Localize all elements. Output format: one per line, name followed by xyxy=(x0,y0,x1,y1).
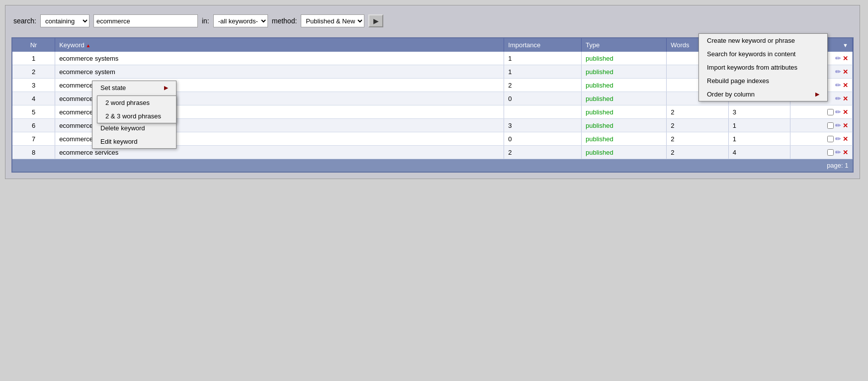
context-search-content[interactable]: Search for keywords in content xyxy=(699,47,827,61)
col-header-keyword[interactable]: Keyword xyxy=(55,38,504,52)
row-items: 3 xyxy=(728,105,790,119)
row-importance: 1 xyxy=(504,52,582,65)
delete-icon[interactable]: ✕ xyxy=(843,68,848,76)
delete-icon[interactable]: ✕ xyxy=(843,122,848,129)
row-importance xyxy=(504,105,582,119)
row-importance: 0 xyxy=(504,132,582,146)
edit-icon[interactable]: ✏ xyxy=(835,54,841,62)
row-type: published xyxy=(581,105,666,119)
row-actions: ✏ ✕ xyxy=(790,119,853,132)
row-type: published xyxy=(581,65,666,79)
row-importance: 2 xyxy=(504,79,582,92)
page-info: page: 1 xyxy=(12,159,853,172)
row-type: published xyxy=(581,52,666,65)
row-actions: ✏ ✕ xyxy=(790,132,853,146)
row-items: 4 xyxy=(728,146,790,159)
action-icons: ✏ ✕ xyxy=(794,148,848,156)
row-checkbox[interactable] xyxy=(827,109,834,115)
keywords-table-container: Nr Keyword Importance Type Words Items ▼… xyxy=(11,37,854,173)
delete-icon[interactable]: ✕ xyxy=(843,82,848,89)
table-footer-row: page: 1 xyxy=(12,159,853,172)
context-menu-delete-keyword[interactable]: Delete keyword xyxy=(92,121,176,135)
context-menu-set-state[interactable]: Set state ▶ xyxy=(92,81,176,95)
context-menu-wrapper: Nr Keyword Importance Type Words Items ▼… xyxy=(12,38,853,172)
col-header-importance[interactable]: Importance xyxy=(504,38,582,52)
row-actions: ✏ ✕ xyxy=(790,105,853,119)
edit-icon[interactable]: ✏ xyxy=(835,95,841,102)
row-items: 1 xyxy=(728,132,790,146)
edit-icon[interactable]: ✏ xyxy=(835,148,841,156)
submenu-2-3-word-phrases[interactable]: 2 & 3 word phrases xyxy=(97,109,176,123)
context-order-by-column[interactable]: Order by column ▶ xyxy=(699,88,827,101)
edit-icon[interactable]: ✏ xyxy=(835,121,841,129)
row-nr: 2 xyxy=(12,65,55,79)
delete-icon[interactable]: ✕ xyxy=(843,55,848,62)
row-importance: 0 xyxy=(504,92,582,105)
row-importance: 3 xyxy=(504,119,582,132)
row-keyword: ecommerce system xyxy=(55,65,504,79)
method-label: method: xyxy=(272,17,297,25)
row-actions: ✏ ✕ xyxy=(790,146,853,159)
row-importance: 2 xyxy=(504,146,582,159)
main-container: search: containing starting with ending … xyxy=(5,5,860,179)
find-phrases-submenu: 2 word phrases 2 & 3 word phrases xyxy=(97,95,176,123)
search-bar: search: containing starting with ending … xyxy=(11,11,854,30)
edit-icon[interactable]: ✏ xyxy=(835,135,841,143)
context-menu-edit-keyword[interactable]: Edit keyword xyxy=(92,135,176,148)
edit-icon[interactable]: ✏ xyxy=(835,108,841,116)
action-icons: ✏ ✕ xyxy=(794,121,848,129)
row-type: published xyxy=(581,119,666,132)
edit-icon[interactable]: ✏ xyxy=(835,68,841,76)
row-nr: 6 xyxy=(12,119,55,132)
row-words: 2 xyxy=(667,132,729,146)
row-checkbox[interactable] xyxy=(827,136,834,142)
column-menu-button[interactable]: ▼ xyxy=(843,42,848,48)
delete-icon[interactable]: ✕ xyxy=(843,108,848,116)
delete-icon[interactable]: ✕ xyxy=(843,149,848,156)
row-type: published xyxy=(581,92,666,105)
submenu-arrow-icon: ▶ xyxy=(164,85,168,91)
delete-icon[interactable]: ✕ xyxy=(843,135,848,143)
submenu-2-word-phrases[interactable]: 2 word phrases xyxy=(97,96,176,109)
row-nr: 1 xyxy=(12,52,55,65)
action-icons: ✏ ✕ xyxy=(794,108,848,116)
row-items: 1 xyxy=(728,119,790,132)
row-keyword: ecommerce systems xyxy=(55,52,504,65)
search-input[interactable] xyxy=(93,14,198,27)
edit-icon[interactable]: ✏ xyxy=(835,81,841,89)
row-words: 2 xyxy=(667,105,729,119)
context-import-keywords[interactable]: Import keywords from attributes xyxy=(699,61,827,74)
row-type: published xyxy=(581,146,666,159)
context-create-keyword[interactable]: Create new keyword or phrase xyxy=(699,34,827,47)
delete-icon[interactable]: ✕ xyxy=(843,95,848,102)
row-type: published xyxy=(581,132,666,146)
row-words: 2 xyxy=(667,146,729,159)
search-type-select[interactable]: containing starting with ending with exa… xyxy=(40,14,89,27)
row-importance: 1 xyxy=(504,65,582,79)
right-context-menu: Create new keyword or phrase Search for … xyxy=(698,33,828,101)
col-header-nr: Nr xyxy=(12,38,55,52)
submenu-arrow-icon: ▶ xyxy=(815,91,819,97)
row-type: published xyxy=(581,79,666,92)
row-nr: 3 xyxy=(12,79,55,92)
row-nr: 7 xyxy=(12,132,55,146)
row-words: 2 xyxy=(667,119,729,132)
col-header-type[interactable]: Type xyxy=(581,38,666,52)
run-button[interactable]: ▶ xyxy=(368,14,383,27)
method-select[interactable]: Published & New Published New All xyxy=(301,14,364,27)
in-label: in: xyxy=(202,17,209,25)
row-nr: 4 xyxy=(12,92,55,105)
row-checkbox[interactable] xyxy=(827,122,834,129)
search-label: search: xyxy=(13,17,36,25)
row-nr: 5 xyxy=(12,105,55,119)
row-checkbox[interactable] xyxy=(827,149,834,156)
action-icons: ✏ ✕ xyxy=(794,135,848,143)
in-select[interactable]: -all keywords- title body meta xyxy=(213,14,268,27)
context-rebuild-indexes[interactable]: Rebuild page indexes xyxy=(699,74,827,88)
row-nr: 8 xyxy=(12,146,55,159)
